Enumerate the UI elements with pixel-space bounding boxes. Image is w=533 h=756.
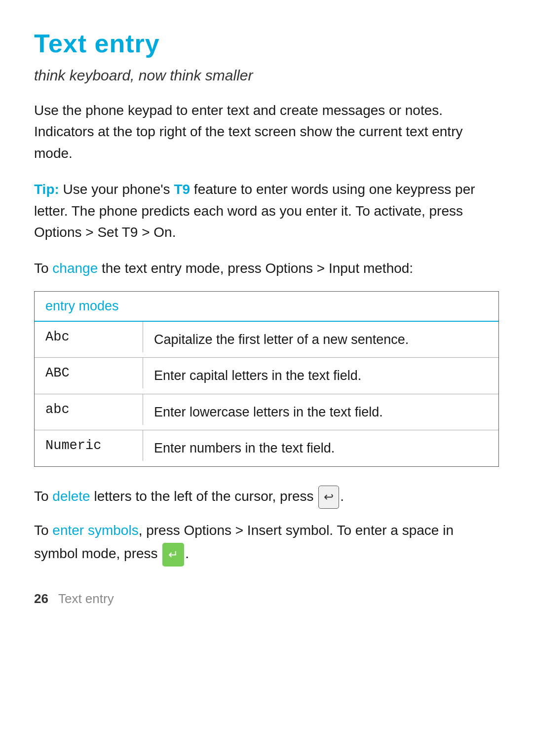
symbols-paragraph: To enter symbols, press Options > Insert…	[34, 519, 499, 567]
space-key-icon: ↵	[162, 543, 184, 567]
change-text-before: To	[34, 261, 52, 276]
tip-label: Tip:	[34, 182, 59, 197]
desc-abc-lower-cell: Enter lowercase letters in the text fiel…	[143, 394, 498, 430]
table-row: abc Enter lowercase letters in the text …	[35, 394, 498, 431]
delete-highlight: delete	[52, 489, 90, 504]
tip-t9-highlight: T9	[174, 182, 190, 197]
tip-text-before: Use your phone's	[59, 182, 174, 197]
mode-ABC-cell: ABC	[35, 358, 143, 388]
page-subtitle: think keyboard, now think smaller	[34, 67, 499, 84]
change-paragraph: To change the text entry mode, press Opt…	[34, 258, 499, 279]
table-row: ABC Enter capital letters in the text fi…	[35, 358, 498, 394]
entry-modes-table: entry modes Abc Capitalize the first let…	[34, 291, 499, 467]
mode-abc-lower-cell: abc	[35, 394, 143, 425]
delete-text-before: To	[34, 489, 52, 504]
table-row: Numeric Enter numbers in the text field.	[35, 430, 498, 466]
footer-label: Text entry	[58, 591, 114, 606]
intro-paragraph: Use the phone keypad to enter text and c…	[34, 100, 499, 164]
table-row: Abc Capitalize the first letter of a new…	[35, 322, 498, 358]
backspace-key-icon: ↩	[318, 486, 339, 509]
delete-text-after: letters to the left of the cursor, press	[90, 489, 318, 504]
table-header: entry modes	[35, 292, 498, 322]
change-highlight: change	[52, 261, 98, 276]
mode-abc-cell: Abc	[35, 322, 143, 352]
page-footer: 26 Text entry	[34, 591, 499, 606]
delete-paragraph: To delete letters to the left of the cur…	[34, 485, 499, 509]
page-number: 26	[34, 591, 48, 606]
tip-paragraph: Tip: Use your phone's T9 feature to ente…	[34, 179, 499, 243]
symbols-highlight: enter symbols	[52, 523, 138, 538]
change-text-after: the text entry mode, press Options > Inp…	[98, 261, 413, 276]
desc-numeric-cell: Enter numbers in the text field.	[143, 430, 498, 466]
desc-abc-cell: Capitalize the first letter of a new sen…	[143, 322, 498, 358]
symbols-text-before: To	[34, 523, 52, 538]
mode-numeric-cell: Numeric	[35, 430, 143, 461]
page-title: Text entry	[34, 29, 499, 58]
desc-ABC-cell: Enter capital letters in the text field.	[143, 358, 498, 394]
